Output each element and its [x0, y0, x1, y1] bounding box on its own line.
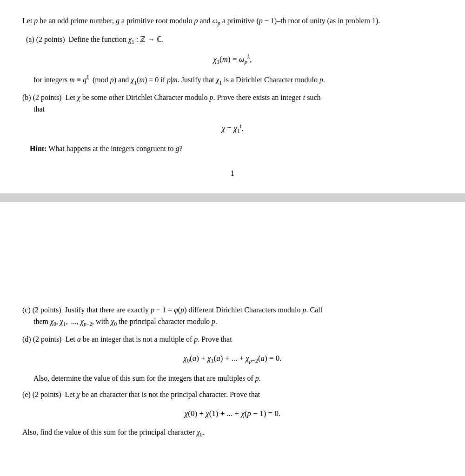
part-c-header: (c) (2 points) Justify that there are ex… [22, 304, 443, 316]
part-a-formula: χ1(m) = ωpk, [22, 53, 443, 67]
part-b-header: (b) (2 points) Let χ be some other Diric… [22, 92, 443, 104]
part-c: (c) (2 points) Justify that there are ex… [22, 304, 443, 329]
part-a: (a) (2 points) Define the function χ1 : … [22, 33, 443, 87]
page-bottom: (c) (2 points) Justify that there are ex… [0, 285, 465, 459]
part-b: (b) (2 points) Let χ be some other Diric… [22, 92, 443, 154]
part-c-them: them χ0, χ1, ..., χp−2, with χ0 the prin… [33, 316, 443, 329]
blank-space [0, 202, 465, 285]
part-e-header: (e) (2 points) Let χ be an character tha… [22, 389, 443, 401]
part-b-formula: χ = χ1t. [22, 122, 443, 136]
part-e-also: Also, find the value of this sum for the… [22, 426, 443, 439]
part-d-also: Also, determine the value of this sum fo… [33, 372, 443, 384]
part-a-description: for integers m ≡ gk (mod p) and χ1(m) = … [33, 73, 443, 87]
part-d-header: (d) (2 points) Let a be an integer that … [22, 333, 443, 345]
part-b-hint: Hint: What happens at the integers congr… [22, 143, 443, 155]
page-top: Let p be an odd prime number, g a primit… [0, 0, 465, 193]
part-e: (e) (2 points) Let χ be an character tha… [22, 389, 443, 439]
page-number: 1 [22, 167, 443, 179]
part-d-formula: χ0(a) + χ1(a) + ... + χp−2(a) = 0. [22, 352, 443, 366]
page-divider [0, 193, 465, 202]
part-e-formula: χ(0) + χ(1) + ... + χ(p − 1) = 0. [22, 407, 443, 420]
part-d: (d) (2 points) Let a be an integer that … [22, 333, 443, 384]
part-b-that: that [33, 103, 443, 115]
intro-text: Let p be an odd prime number, g a primit… [22, 15, 443, 28]
part-a-header: (a) (2 points) Define the function χ1 : … [22, 33, 443, 46]
